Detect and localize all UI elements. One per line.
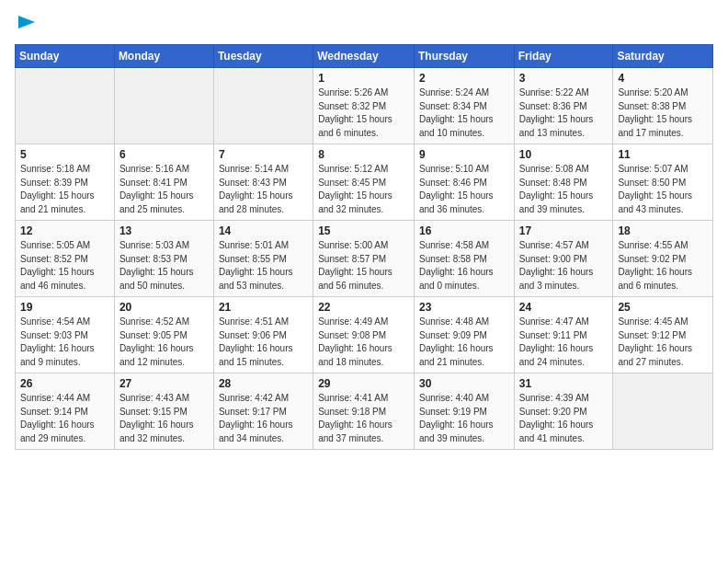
day-number: 6 <box>119 148 209 161</box>
weekday-header: Monday <box>114 45 213 68</box>
day-number: 25 <box>618 301 708 314</box>
day-number: 17 <box>519 224 609 237</box>
calendar-cell: 10Sunrise: 5:08 AM Sunset: 8:48 PM Dayli… <box>514 144 613 221</box>
day-info: Sunrise: 5:01 AM Sunset: 8:55 PM Dayligh… <box>219 239 308 293</box>
calendar-header: SundayMondayTuesdayWednesdayThursdayFrid… <box>16 45 713 68</box>
day-number: 24 <box>519 301 609 314</box>
logo <box>15 15 37 37</box>
day-number: 18 <box>618 224 708 237</box>
day-info: Sunrise: 4:40 AM Sunset: 9:19 PM Dayligh… <box>419 392 509 445</box>
day-info: Sunrise: 4:42 AM Sunset: 9:17 PM Dayligh… <box>219 392 308 445</box>
day-number: 5 <box>20 148 109 161</box>
calendar-cell: 13Sunrise: 5:03 AM Sunset: 8:53 PM Dayli… <box>114 221 213 297</box>
day-info: Sunrise: 4:55 AM Sunset: 9:02 PM Dayligh… <box>618 239 708 293</box>
day-number: 13 <box>119 224 209 237</box>
day-info: Sunrise: 5:05 AM Sunset: 8:52 PM Dayligh… <box>20 239 109 293</box>
day-number: 26 <box>20 377 109 390</box>
day-number: 8 <box>318 148 409 161</box>
calendar-cell <box>613 373 713 450</box>
calendar-table: SundayMondayTuesdayWednesdayThursdayFrid… <box>15 44 713 450</box>
day-info: Sunrise: 4:52 AM Sunset: 9:05 PM Dayligh… <box>119 316 209 369</box>
day-number: 12 <box>20 224 109 237</box>
calendar-cell: 30Sunrise: 4:40 AM Sunset: 9:19 PM Dayli… <box>414 373 514 450</box>
day-info: Sunrise: 4:48 AM Sunset: 9:09 PM Dayligh… <box>419 316 509 369</box>
day-info: Sunrise: 5:00 AM Sunset: 8:57 PM Dayligh… <box>318 239 409 293</box>
day-number: 20 <box>119 301 209 314</box>
calendar-cell: 16Sunrise: 4:58 AM Sunset: 8:58 PM Dayli… <box>414 221 514 297</box>
day-info: Sunrise: 4:49 AM Sunset: 9:08 PM Dayligh… <box>318 316 409 369</box>
day-number: 4 <box>618 72 708 85</box>
day-number: 29 <box>318 377 409 390</box>
calendar-cell: 29Sunrise: 4:41 AM Sunset: 9:18 PM Dayli… <box>313 373 415 450</box>
calendar-cell: 23Sunrise: 4:48 AM Sunset: 9:09 PM Dayli… <box>414 297 514 373</box>
weekday-header: Wednesday <box>313 45 415 68</box>
day-info: Sunrise: 4:51 AM Sunset: 9:06 PM Dayligh… <box>219 316 308 369</box>
weekday-header: Saturday <box>613 45 713 68</box>
day-number: 7 <box>219 148 308 161</box>
day-number: 14 <box>219 224 308 237</box>
day-info: Sunrise: 5:14 AM Sunset: 8:43 PM Dayligh… <box>219 163 308 216</box>
calendar-cell: 28Sunrise: 4:42 AM Sunset: 9:17 PM Dayli… <box>213 373 313 450</box>
calendar-cell: 19Sunrise: 4:54 AM Sunset: 9:03 PM Dayli… <box>16 297 115 373</box>
day-number: 23 <box>419 301 509 314</box>
day-number: 2 <box>419 72 509 85</box>
day-number: 30 <box>419 377 509 390</box>
calendar-cell: 14Sunrise: 5:01 AM Sunset: 8:55 PM Dayli… <box>213 221 313 297</box>
day-number: 11 <box>618 148 708 161</box>
day-info: Sunrise: 5:10 AM Sunset: 8:46 PM Dayligh… <box>419 163 509 216</box>
day-number: 16 <box>419 224 509 237</box>
day-info: Sunrise: 4:54 AM Sunset: 9:03 PM Dayligh… <box>20 316 109 369</box>
day-info: Sunrise: 4:44 AM Sunset: 9:14 PM Dayligh… <box>20 392 109 445</box>
day-number: 1 <box>318 72 409 85</box>
day-number: 10 <box>519 148 609 161</box>
day-info: Sunrise: 5:08 AM Sunset: 8:48 PM Dayligh… <box>519 163 609 216</box>
day-info: Sunrise: 4:41 AM Sunset: 9:18 PM Dayligh… <box>318 392 409 445</box>
calendar-cell: 1Sunrise: 5:26 AM Sunset: 8:32 PM Daylig… <box>313 68 415 144</box>
calendar-cell: 24Sunrise: 4:47 AM Sunset: 9:11 PM Dayli… <box>514 297 613 373</box>
calendar-cell: 25Sunrise: 4:45 AM Sunset: 9:12 PM Dayli… <box>613 297 713 373</box>
day-number: 22 <box>318 301 409 314</box>
calendar-cell: 20Sunrise: 4:52 AM Sunset: 9:05 PM Dayli… <box>114 297 213 373</box>
day-number: 31 <box>519 377 609 390</box>
calendar-cell: 22Sunrise: 4:49 AM Sunset: 9:08 PM Dayli… <box>313 297 415 373</box>
calendar-cell: 6Sunrise: 5:16 AM Sunset: 8:41 PM Daylig… <box>114 144 213 221</box>
day-info: Sunrise: 5:16 AM Sunset: 8:41 PM Dayligh… <box>119 163 209 216</box>
day-info: Sunrise: 5:12 AM Sunset: 8:45 PM Dayligh… <box>318 163 409 216</box>
day-info: Sunrise: 5:24 AM Sunset: 8:34 PM Dayligh… <box>419 86 509 140</box>
calendar-cell: 21Sunrise: 4:51 AM Sunset: 9:06 PM Dayli… <box>213 297 313 373</box>
weekday-header: Friday <box>514 45 613 68</box>
day-number: 19 <box>20 301 109 314</box>
weekday-header: Tuesday <box>213 45 313 68</box>
calendar-cell: 7Sunrise: 5:14 AM Sunset: 8:43 PM Daylig… <box>213 144 313 221</box>
day-number: 3 <box>519 72 609 85</box>
day-number: 15 <box>318 224 409 237</box>
day-number: 27 <box>119 377 209 390</box>
calendar-cell: 4Sunrise: 5:20 AM Sunset: 8:38 PM Daylig… <box>613 68 713 144</box>
day-info: Sunrise: 4:45 AM Sunset: 9:12 PM Dayligh… <box>618 316 708 369</box>
calendar-cell: 17Sunrise: 4:57 AM Sunset: 9:00 PM Dayli… <box>514 221 613 297</box>
day-info: Sunrise: 5:22 AM Sunset: 8:36 PM Dayligh… <box>519 86 609 140</box>
day-info: Sunrise: 5:20 AM Sunset: 8:38 PM Dayligh… <box>618 86 708 140</box>
weekday-header: Thursday <box>414 45 514 68</box>
logo-arrow-icon <box>17 12 37 32</box>
day-info: Sunrise: 4:43 AM Sunset: 9:15 PM Dayligh… <box>119 392 209 445</box>
weekday-header: Sunday <box>16 45 115 68</box>
day-info: Sunrise: 4:39 AM Sunset: 9:20 PM Dayligh… <box>519 392 609 445</box>
calendar-cell: 2Sunrise: 5:24 AM Sunset: 8:34 PM Daylig… <box>414 68 514 144</box>
day-info: Sunrise: 4:47 AM Sunset: 9:11 PM Dayligh… <box>519 316 609 369</box>
calendar-cell: 26Sunrise: 4:44 AM Sunset: 9:14 PM Dayli… <box>16 373 115 450</box>
calendar-cell <box>114 68 213 144</box>
calendar-cell: 5Sunrise: 5:18 AM Sunset: 8:39 PM Daylig… <box>16 144 115 221</box>
calendar-cell: 12Sunrise: 5:05 AM Sunset: 8:52 PM Dayli… <box>16 221 115 297</box>
calendar-cell: 15Sunrise: 5:00 AM Sunset: 8:57 PM Dayli… <box>313 221 415 297</box>
calendar-cell <box>16 68 115 144</box>
day-number: 9 <box>419 148 509 161</box>
day-number: 21 <box>219 301 308 314</box>
calendar-cell: 31Sunrise: 4:39 AM Sunset: 9:20 PM Dayli… <box>514 373 613 450</box>
day-number: 28 <box>219 377 308 390</box>
calendar-cell: 27Sunrise: 4:43 AM Sunset: 9:15 PM Dayli… <box>114 373 213 450</box>
calendar-cell: 18Sunrise: 4:55 AM Sunset: 9:02 PM Dayli… <box>613 221 713 297</box>
day-info: Sunrise: 5:03 AM Sunset: 8:53 PM Dayligh… <box>119 239 209 293</box>
svg-marker-0 <box>18 16 35 29</box>
calendar-cell: 3Sunrise: 5:22 AM Sunset: 8:36 PM Daylig… <box>514 68 613 144</box>
